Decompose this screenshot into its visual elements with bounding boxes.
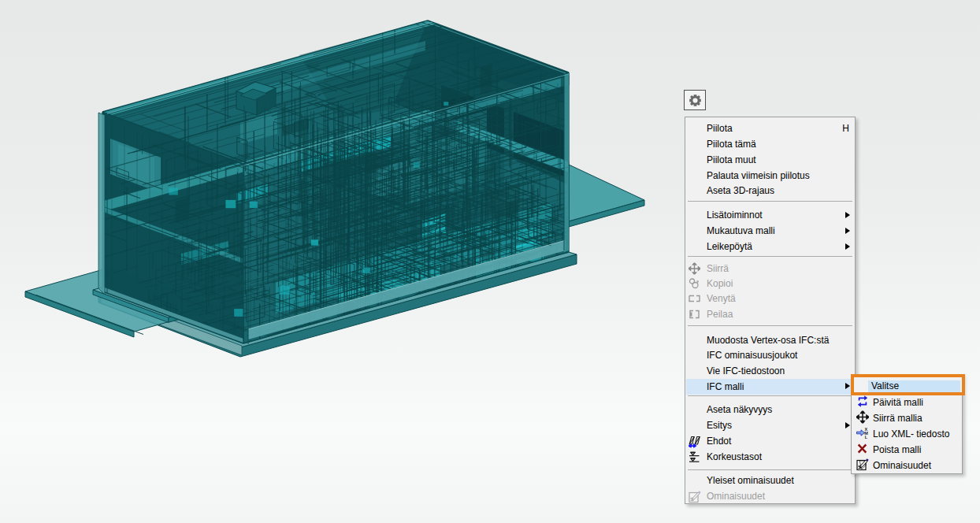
svg-text:L: L <box>865 434 868 439</box>
